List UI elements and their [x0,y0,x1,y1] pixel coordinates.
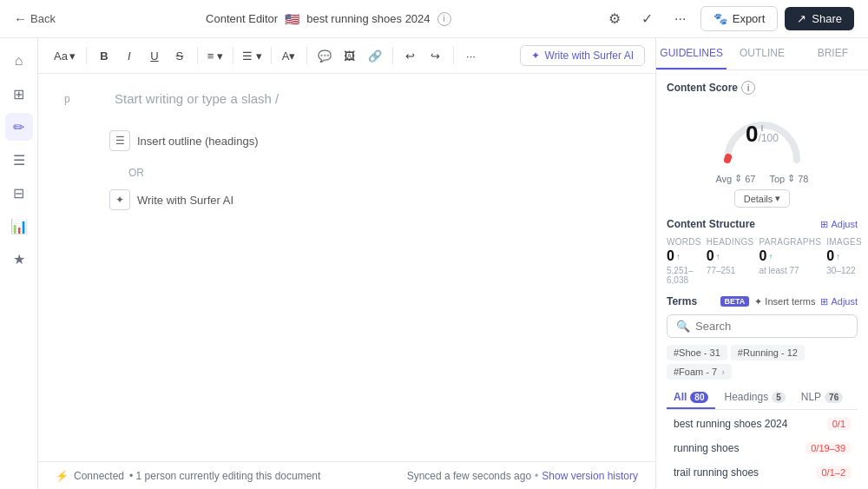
term-tab-nlp[interactable]: NLP 76 [794,387,850,409]
terms-right: BETA ✦ Insert terms ⊞ Adjust [720,296,858,307]
tag-foam[interactable]: #Foam - 7 [667,364,732,380]
or-label: OR [128,167,603,179]
editor-area: Aa ▾ B I U S ≡ ▾ ☰ ▾ A▾ [38,38,655,489]
top-meta: Top ⇕ 78 [770,173,809,184]
sidebar-table-icon[interactable]: ⊟ [5,179,33,207]
align-button[interactable]: ≡ ▾ [203,43,227,68]
words-range: 5,251–6,038 [667,266,701,285]
more-format-button[interactable]: ··· [459,43,483,68]
export-button[interactable]: 🐾 Export [700,6,779,31]
doc-title: best running shoes 2024 [306,12,430,25]
beta-badge: BETA [720,296,750,307]
redo-button[interactable]: ↪ [424,43,448,68]
sidebar-edit-icon[interactable]: ✏ [5,113,33,141]
images-range: 30–122 [826,266,862,275]
images-label: IMAGES [826,237,862,247]
sidebar-chart-icon[interactable]: 📊 [5,212,33,240]
headings-value-row: 0 ↑ [707,248,754,264]
adjust-label: Adjust [831,219,858,229]
sidebar-list-icon[interactable]: ☰ [5,146,33,174]
underline-button[interactable]: U [142,43,167,68]
info-icon[interactable]: i [437,12,451,26]
comment-button[interactable]: 💬 [312,43,337,68]
back-button[interactable]: ← Back [14,11,56,26]
link-button[interactable]: 🔗 [363,43,387,68]
term-score-0: 0/1 [827,418,851,430]
settings-icon[interactable]: ⚙ [602,6,628,32]
paragraphs-range: at least 77 [759,266,821,275]
highlight-button[interactable]: A▾ [277,43,301,68]
italic-button[interactable]: I [117,43,141,68]
sidebar-star-icon[interactable]: ★ [5,245,33,273]
terms-adjust-icon: ⊞ [820,296,828,307]
details-button[interactable]: Details ▾ [734,189,791,208]
check-icon[interactable]: ✓ [635,6,661,32]
tab-brief[interactable]: BRIEF [798,38,868,69]
sidebar-home-icon[interactable]: ⌂ [5,47,33,75]
write-with-surfer-option[interactable]: ✦ Write with Surfer AI [99,182,603,217]
words-arrow-icon: ↑ [676,252,681,261]
insert-outline-option[interactable]: ☰ Insert outline (headings) [99,123,603,158]
term-list: best running shoes 2024 0/1 running shoe… [667,413,858,489]
editor-placeholder: Start writing or type a slash / [115,91,603,106]
image-button[interactable]: 🖼 [338,43,362,68]
flag-icon: 🇺🇸 [285,12,299,26]
editor-content[interactable]: p Start writing or type a slash / ☰ Inse… [38,74,655,461]
term-row-1[interactable]: running shoes 0/19–39 [667,438,858,459]
top-bar-center: Content Editor 🇺🇸 best running shoes 202… [206,12,451,26]
bold-button[interactable]: B [92,43,116,68]
term-tab-all[interactable]: All 80 [667,387,715,409]
terms-search-box: 🔍 [667,314,858,338]
toolbar-separator-7 [453,47,454,64]
more-icon[interactable]: ··· [667,6,694,32]
terms-adjust-button[interactable]: ⊞ Adjust [820,296,858,307]
term-tab-all-label: All [674,391,687,403]
term-tab-all-badge: 80 [690,392,708,403]
content-score-title: Content Score i [667,81,858,95]
details-chevron-icon: ▾ [775,193,780,204]
terms-search-input[interactable] [695,320,848,333]
tag-shoe[interactable]: #Shoe - 31 [667,345,727,360]
score-number: 0 [746,121,758,148]
term-name-0: best running shoes 2024 [674,418,787,430]
top-value: 78 [798,174,808,184]
content-score-info-icon[interactable]: i [741,81,755,95]
tab-guidelines[interactable]: GUIDELINES [656,38,727,69]
editor-toolbar: Aa ▾ B I U S ≡ ▾ ☰ ▾ A▾ [38,38,655,74]
undo-button[interactable]: ↩ [398,43,423,68]
right-panel: GUIDELINES OUTLINE BRIEF Content Score i [655,38,868,489]
insert-terms-button[interactable]: ✦ Insert terms [754,296,815,307]
avg-arrow-icon: ⇕ [734,173,742,184]
write-with-surfer-button[interactable]: ✦ Write with Surfer AI [520,45,645,66]
font-size-selector[interactable]: Aa ▾ [49,48,81,64]
tag-running[interactable]: #Running - 12 [731,345,805,360]
show-version-history-button[interactable]: Show version history [542,470,638,482]
term-tab-headings-badge: 5 [772,392,786,403]
content-structure-section: Content Structure ⊞ Adjust WORDS 0 ↑ 5,2… [667,218,858,285]
structure-adjust-button[interactable]: ⊞ Adjust [820,219,858,230]
avg-label: Avg [715,174,732,184]
score-meta: Avg ⇕ 67 Top ⇕ 78 [667,173,858,184]
synced-label: Synced a few seconds ago [407,470,531,482]
highlight-group: A▾ [277,43,301,68]
strikethrough-button[interactable]: S [168,43,192,68]
surfer-ai-label: Write with Surfer AI [545,50,634,62]
term-row-2[interactable]: trail running shoes 0/1–2 [667,462,858,483]
back-arrow-icon: ← [14,11,27,26]
share-button[interactable]: ↗ Share [785,7,854,30]
tab-outline[interactable]: OUTLINE [727,38,797,69]
font-size-chevron-icon: ▾ [69,50,76,63]
tag-foam-label: #Foam - 7 [674,367,717,377]
headings-arrow-icon: ↑ [716,252,720,261]
structure-title: Content Structure [667,218,755,230]
sidebar-grid-icon[interactable]: ⊞ [5,80,33,108]
term-tab-headings[interactable]: Headings 5 [717,387,792,409]
list-button[interactable]: ☰ ▾ [239,43,266,68]
images-item: IMAGES 0 ↑ 30–122 [826,237,862,285]
toolbar-separator-5 [306,47,307,64]
paragraphs-arrow-icon: ↑ [768,252,773,261]
words-item: WORDS 0 ↑ 5,251–6,038 [667,237,701,285]
words-value: 0 [667,248,674,264]
toolbar-separator-2 [197,47,198,64]
term-row-0[interactable]: best running shoes 2024 0/1 [667,413,858,434]
